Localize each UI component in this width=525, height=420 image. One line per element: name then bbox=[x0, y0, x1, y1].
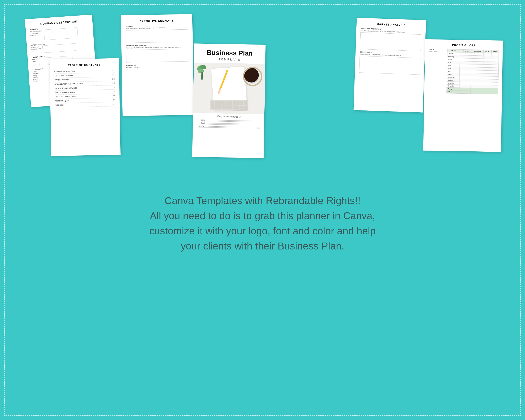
toc-page-8: XX bbox=[113, 99, 115, 101]
toc-page-2: XX bbox=[112, 74, 115, 76]
bottom-text-section: Canva Templates with Rebrandable Rights!… bbox=[141, 193, 384, 254]
cover-belongs-text: This planner belongs to bbox=[197, 115, 260, 118]
market-industry-section: INDUSTRY INFORMATION: Size of industry, … bbox=[360, 28, 422, 51]
pages-section: COMPANY DESCRIPTION INDUSTRY: A quick de… bbox=[13, 17, 512, 176]
profit-target-section: TARGET... Speci... soluti... Month Reven… bbox=[428, 49, 499, 94]
bottom-text-line3: customize it with your logo, font and co… bbox=[149, 224, 376, 239]
cd-field1-desc: A quick descriptionof the industryyou're… bbox=[30, 30, 43, 36]
profit-target-label: TARGET... bbox=[429, 49, 446, 50]
pl-month-10: November bbox=[447, 82, 459, 85]
pl-month-2: March bbox=[447, 58, 460, 61]
pl-month-5: June bbox=[447, 67, 460, 70]
bottom-text-line2: All you need to do is to grab this plann… bbox=[149, 208, 376, 224]
toc-title: TABLE OF CONTENTS bbox=[54, 63, 114, 67]
toc-page-4: XX bbox=[112, 82, 115, 84]
pl-month-4: May bbox=[447, 64, 460, 67]
plant-decoration bbox=[197, 65, 207, 80]
toc-item-5: PRODUCTS AND SERVICES bbox=[55, 87, 77, 89]
profit-loss-table: Month Revenue Expenses Profit Loss Janua… bbox=[446, 49, 499, 94]
toc-page-6: XX bbox=[112, 91, 115, 93]
market-industry-box bbox=[360, 32, 422, 51]
toc-page-5: XX bbox=[112, 86, 115, 88]
pl-totals-label: Totals bbox=[447, 90, 459, 93]
cover-subtitle: TEMPLATE bbox=[198, 57, 261, 62]
toc-page-3: XX bbox=[112, 78, 115, 80]
toc-item-9: APPENDIX bbox=[55, 104, 64, 106]
pl-month-0: January bbox=[447, 52, 460, 55]
exec-summary-title: EXECUTIVE SUMMARY bbox=[126, 19, 188, 23]
cover-bottom: This planner belongs to Name Email Busin… bbox=[193, 113, 264, 131]
cover-business-label: Business bbox=[197, 125, 208, 128]
pl-month-8: September bbox=[447, 75, 460, 79]
table-of-contents-page: TABLE OF CONTENTS COMPANY DESCRIPTION XX… bbox=[50, 58, 121, 156]
cover-business-field: Business bbox=[197, 125, 260, 129]
cd-field2-desc: Your primarycustomer base bbox=[31, 46, 41, 50]
toc-item-6: MARKETING AND SALES bbox=[55, 91, 75, 94]
cover-name-label: Name bbox=[197, 119, 208, 121]
toc-item-3: MARKET ANALYSIS bbox=[55, 79, 70, 81]
toc-item-7: FINANCIAL PROJECTIONS bbox=[55, 95, 76, 98]
exec-mission-box bbox=[126, 29, 188, 43]
market-competitors-section: COMPETITORS: Top competitors, strengths … bbox=[359, 51, 421, 75]
main-container: COMPANY DESCRIPTION INDUSTRY: A quick de… bbox=[13, 13, 512, 407]
market-competitors-box bbox=[359, 56, 421, 75]
cover-name-field: Name bbox=[197, 119, 260, 122]
pl-yearly: Yearly bbox=[447, 87, 459, 91]
cd-field3-desc: Your s...custo... bbox=[32, 58, 38, 62]
toc-item-8: FINDING REQUEST bbox=[55, 100, 70, 102]
toc-page-9: XX bbox=[113, 103, 115, 105]
executive-summary-page: EXECUTIVE SUMMARY MISSION: A brief state… bbox=[121, 14, 194, 116]
pl-col-loss: Loss bbox=[491, 50, 499, 53]
market-analysis-page: MARKET ANALYSIS INDUSTRY INFORMATION: Si… bbox=[353, 18, 426, 112]
keyboard-prop bbox=[210, 100, 248, 111]
pl-col-month: Month bbox=[447, 49, 460, 52]
cover-email-field: Email bbox=[197, 122, 260, 125]
bottom-text-line4: your clients with their Business Plan. bbox=[149, 239, 376, 254]
profit-loss-page: PROFIT & LOSS TARGET... Speci... soluti.… bbox=[423, 39, 503, 152]
toc-page-1: XX bbox=[112, 70, 114, 72]
market-analysis-title: MARKET ANALYSIS bbox=[361, 22, 422, 27]
pl-month-3: April bbox=[447, 61, 460, 64]
pl-col-revenue: Revenue bbox=[460, 49, 471, 53]
cover-image bbox=[193, 63, 265, 114]
pl-col-profit: Profit bbox=[483, 50, 491, 53]
toc-row-9: APPENDIX XX bbox=[55, 102, 115, 108]
profit-target-desc: Speci... soluti... bbox=[429, 51, 446, 53]
cover-image-inner bbox=[193, 63, 265, 114]
pl-month-9: October bbox=[447, 79, 460, 82]
coffee-prop bbox=[244, 68, 259, 83]
cover-title: Business Plan bbox=[198, 49, 262, 57]
cover-top: Business Plan TEMPLATE bbox=[194, 44, 266, 64]
toc-item-1: COMPANY DESCRIPTION bbox=[54, 70, 75, 73]
toc-item-4: ORGANIZATION AND MANAGEMENT bbox=[55, 83, 84, 85]
profit-loss-title: PROFIT & LOSS bbox=[429, 43, 499, 47]
pl-totals-row2: Totals bbox=[447, 90, 498, 94]
exec-company-box bbox=[126, 49, 188, 62]
bottom-text-line1: Canva Templates with Rebrandable Rights!… bbox=[149, 193, 376, 208]
pl-month-7: August bbox=[447, 73, 460, 76]
business-plan-cover-page: Business Plan TEMPLATE bbox=[192, 44, 265, 158]
pl-month-11: December bbox=[447, 84, 459, 88]
cd-field1-box bbox=[44, 27, 78, 40]
pl-month-6: July bbox=[447, 70, 460, 73]
toc-item-2: EXECUTIVE SUMMARY bbox=[54, 75, 73, 77]
cover-email-label: Email bbox=[197, 122, 208, 124]
toc-items: COMPANY DESCRIPTION XX EXECUTIVE SUMMARY… bbox=[54, 69, 115, 108]
pl-col-expenses: Expenses bbox=[471, 50, 483, 53]
toc-page-7: XX bbox=[112, 95, 115, 97]
pl-month-1: February bbox=[447, 55, 460, 58]
